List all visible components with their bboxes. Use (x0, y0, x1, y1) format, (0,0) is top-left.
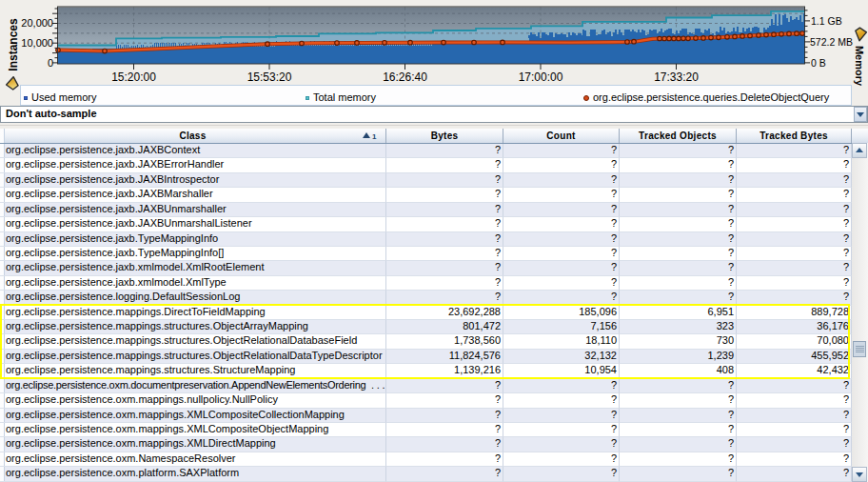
svg-text:17:33:20: 17:33:20 (654, 70, 699, 84)
svg-text:15:53:20: 15:53:20 (247, 70, 292, 84)
svg-text:17:00:00: 17:00:00 (519, 70, 563, 84)
svg-text:572.2 MB: 572.2 MB (810, 36, 853, 48)
svg-text:Instances: Instances (7, 18, 20, 71)
svg-text:16:26:40: 16:26:40 (383, 70, 427, 84)
svg-text:15:20:00: 15:20:00 (111, 70, 156, 84)
svg-text:Memory: Memory (854, 46, 865, 87)
svg-text:1.1 GB: 1.1 GB (811, 15, 842, 27)
svg-text:1: 1 (372, 132, 377, 140)
svg-text:0: 0 (48, 57, 53, 69)
svg-text:20,000: 20,000 (21, 17, 53, 29)
svg-text:0 B: 0 B (811, 57, 826, 69)
svg-text:10,000: 10,000 (21, 37, 53, 49)
